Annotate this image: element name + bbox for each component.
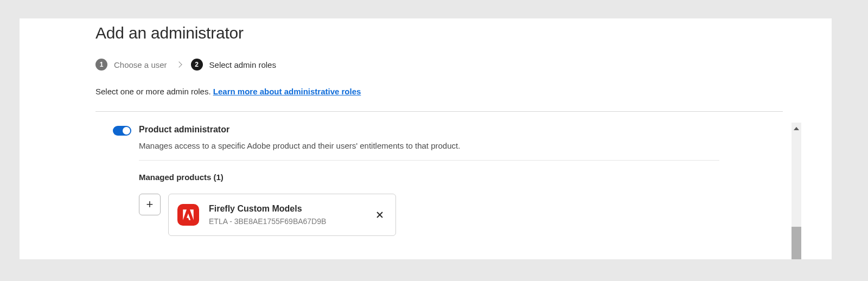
role-header-row: Product administrator Manages access to …	[95, 125, 719, 236]
remove-product-button[interactable]	[377, 210, 387, 220]
dialog-panel: Add an administrator 1 Choose a user 2 S…	[20, 18, 832, 259]
adobe-logo-icon	[177, 204, 199, 226]
product-text: Firefly Custom Models ETLA - 3BE8AE1755F…	[209, 204, 367, 226]
step-index-icon: 1	[95, 59, 107, 71]
role-toggle[interactable]	[113, 126, 131, 136]
role-description: Manages access to a specific Adobe produ…	[139, 141, 719, 150]
dialog-content: Add an administrator 1 Choose a user 2 S…	[95, 24, 783, 236]
step-index-icon: 2	[191, 59, 203, 71]
role-product-admin-panel: Product administrator Manages access to …	[95, 125, 719, 236]
section-divider	[95, 111, 783, 112]
product-subtitle: ETLA - 3BE8AE1755F69BA67D9B	[209, 217, 367, 226]
page-title: Add an administrator	[95, 24, 783, 42]
role-text-block: Product administrator Manages access to …	[139, 125, 719, 236]
step-select-admin-roles[interactable]: 2 Select admin roles	[191, 59, 276, 71]
helper-static-text: Select one or more admin roles.	[95, 87, 213, 96]
step-label: Select admin roles	[209, 60, 276, 69]
scrollbar-thumb[interactable]	[792, 227, 801, 259]
role-title: Product administrator	[139, 125, 719, 135]
role-divider	[139, 160, 719, 161]
step-choose-user[interactable]: 1 Choose a user	[95, 59, 167, 71]
scroll-up-icon[interactable]	[794, 127, 799, 130]
step-label: Choose a user	[114, 60, 167, 69]
learn-more-link[interactable]: Learn more about administrative roles	[213, 87, 361, 96]
product-card: Firefly Custom Models ETLA - 3BE8AE1755F…	[168, 194, 396, 236]
product-name: Firefly Custom Models	[209, 204, 367, 214]
toggle-knob-icon	[123, 127, 130, 135]
managed-products-row: + Firefly Custom Models ETLA - 3BE8AE175…	[139, 194, 719, 236]
chevron-right-icon	[176, 61, 182, 67]
plus-icon: +	[146, 197, 154, 212]
stepper: 1 Choose a user 2 Select admin roles	[95, 59, 783, 71]
managed-products-heading: Managed products (1)	[139, 173, 719, 182]
add-product-button[interactable]: +	[139, 194, 161, 215]
helper-text: Select one or more admin roles. Learn mo…	[95, 87, 783, 96]
